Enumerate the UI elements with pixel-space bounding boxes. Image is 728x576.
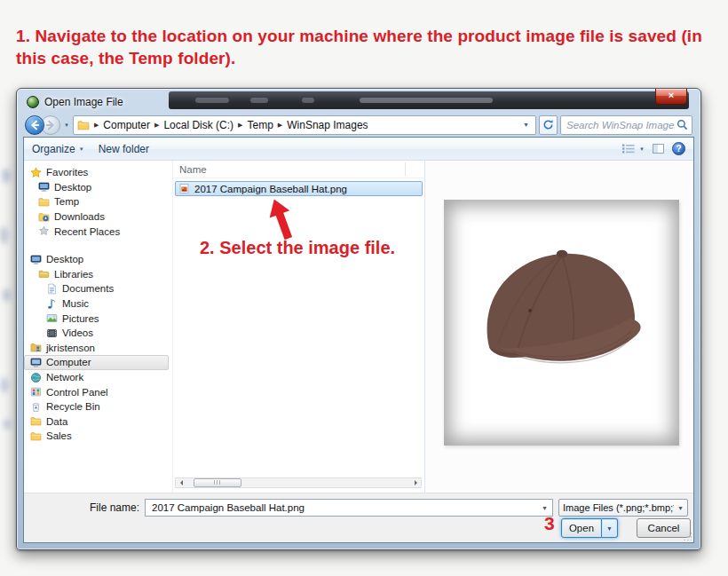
search-icon[interactable] [677, 119, 688, 130]
refresh-button[interactable] [539, 115, 558, 135]
dialog-footer: File name: ▼ Image Files (*.png;*.bmp;*.… [24, 493, 693, 542]
views-button[interactable]: ▼ [621, 143, 645, 154]
file-list-pane: Name 2017 Campaign Baseball Hat.png [173, 161, 425, 493]
chevron-right-icon: ▶ [238, 122, 242, 129]
sidebar-item[interactable]: Videos [24, 326, 169, 341]
cancel-button[interactable]: Cancel [637, 518, 691, 538]
sidebar-item-label: Music [62, 298, 89, 309]
help-button[interactable]: ? [672, 142, 685, 155]
breadcrumb[interactable]: ▶ Computer ▶ Local Disk (C:) ▶ Temp ▶ Wi… [73, 115, 536, 135]
open-image-file-dialog: Open Image File × ▼ ▶ Computer [16, 88, 701, 550]
scrollbar-thumb[interactable] [194, 478, 241, 487]
sidebar-item-label: Documents [62, 283, 114, 294]
file-type-dropdown[interactable]: Image Files (*.png;*.bmp;*.jpg; ▼ [558, 499, 688, 517]
scroll-left-button[interactable] [176, 478, 186, 487]
new-folder-button[interactable]: New folder [99, 143, 149, 155]
preview-pane-icon[interactable] [653, 144, 664, 154]
scroll-right-button[interactable] [411, 478, 421, 487]
history-dropdown-icon[interactable]: ▼ [64, 122, 69, 128]
search-input[interactable] [565, 119, 677, 131]
open-options-button[interactable]: ▼ [602, 518, 618, 538]
list-view-icon [621, 143, 636, 154]
file-row[interactable]: 2017 Campaign Baseball Hat.png [175, 181, 423, 196]
background-artifact [4, 419, 11, 430]
sidebar-item-icon [38, 268, 50, 280]
sidebar-item[interactable]: Favorites [24, 165, 169, 180]
dialog-content: Organize ▼ New folder ▼ ? [23, 137, 694, 543]
sidebar-spacer [24, 239, 172, 252]
sidebar-item[interactable]: Desktop [24, 252, 169, 267]
sidebar-item-label: Desktop [46, 254, 83, 264]
sidebar-item-icon [38, 196, 50, 208]
sidebar-item-label: Computer [46, 357, 91, 367]
sidebar-item[interactable]: Temp [24, 194, 169, 209]
breadcrumb-item[interactable]: ▶ Computer [90, 119, 150, 131]
column-header-name[interactable]: Name [173, 161, 424, 178]
sidebar-item-icon [30, 401, 42, 413]
folder-icon [77, 119, 90, 131]
sidebar-item-icon [46, 327, 58, 339]
organize-menu[interactable]: Organize ▼ [32, 143, 84, 155]
sidebar-item[interactable]: Desktop [24, 180, 169, 195]
chevron-down-icon: ▼ [639, 146, 645, 152]
sidebar-item[interactable]: Sales [24, 429, 169, 444]
chevron-right-icon: ▶ [154, 122, 159, 129]
sidebar-item[interactable]: Downloads [24, 209, 169, 225]
refresh-icon [542, 119, 554, 130]
file-name-combo[interactable]: ▼ [145, 499, 553, 517]
close-button[interactable]: × [655, 89, 687, 105]
search-box[interactable] [560, 115, 692, 135]
baseball-cap-image [458, 217, 666, 430]
sidebar-item-icon [38, 211, 50, 223]
dialog-titlebar[interactable]: Open Image File × [23, 89, 694, 113]
sidebar-item-icon [30, 386, 42, 398]
breadcrumb-item[interactable]: ▶ Temp [233, 119, 273, 131]
sidebar-item[interactable]: Music [24, 296, 169, 312]
sidebar-item-label: Temp [54, 196, 79, 207]
chevron-right-icon: ▶ [278, 122, 282, 129]
sidebar-item[interactable]: Recycle Bin [24, 399, 169, 414]
image-file-icon [178, 183, 190, 194]
sidebar-item[interactable]: Pictures [24, 311, 169, 326]
breadcrumb-item[interactable]: ▶ Local Disk (C:) [150, 119, 233, 131]
sidebar-item-icon [30, 430, 42, 442]
sidebar-item-label: Pictures [62, 313, 99, 324]
triangle-right-icon [415, 480, 420, 485]
new-folder-label: New folder [99, 143, 149, 155]
horizontal-scrollbar[interactable] [175, 477, 422, 488]
breadcrumb-item[interactable]: ▶ WinSnap Images [273, 119, 368, 131]
chevron-down-icon[interactable]: ▼ [542, 505, 548, 511]
sidebar-item-icon [30, 167, 42, 178]
organize-label: Organize [32, 143, 75, 155]
close-icon: × [669, 90, 674, 100]
breadcrumb-crumbs: ▶ Computer ▶ Local Disk (C:) ▶ Temp ▶ Wi… [90, 119, 368, 131]
breadcrumb-label: WinSnap Images [287, 119, 368, 131]
sidebar-item-icon [46, 283, 58, 295]
file-name-input[interactable] [150, 501, 538, 514]
address-dropdown-icon[interactable]: ▼ [523, 122, 529, 128]
sidebar-item-label: Data [46, 416, 67, 427]
file-name-label: File name: [88, 501, 139, 514]
sidebar-item[interactable]: Control Panel [24, 384, 169, 399]
open-button[interactable]: Open [561, 518, 602, 538]
chevron-down-icon: ▼ [79, 146, 84, 152]
sidebar-item[interactable]: Libraries [24, 267, 169, 282]
sidebar-item-label: Downloads [54, 211, 105, 222]
sidebar-item[interactable]: Computer [24, 355, 169, 370]
file-type-value: Image Files (*.png;*.bmp;*.jpg; [563, 502, 674, 513]
background-window-blur [169, 91, 689, 109]
triangle-left-icon [178, 480, 183, 485]
sidebar-item-label: Sales [46, 430, 72, 441]
product-image-preview [444, 200, 679, 446]
annotation-arrow [264, 198, 299, 241]
sidebar-item[interactable]: jkristenson [24, 341, 169, 356]
sidebar-item[interactable]: Data [24, 414, 169, 430]
sidebar-item[interactable]: Documents [24, 281, 169, 296]
back-button[interactable] [25, 115, 44, 135]
sidebar-item-icon [46, 298, 58, 310]
breadcrumb-label: Computer [103, 119, 150, 131]
sidebar-item[interactable]: Network [24, 370, 169, 385]
background-artifact [1, 377, 8, 393]
file-name: 2017 Campaign Baseball Hat.png [194, 184, 347, 194]
sidebar-item[interactable]: Recent Places [24, 224, 169, 239]
